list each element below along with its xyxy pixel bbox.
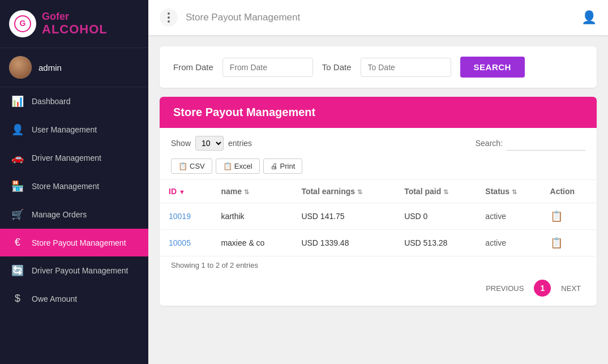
cell-id-0: 10019 xyxy=(160,203,212,230)
cell-status-1: active xyxy=(476,230,541,256)
table-card: Store Payout Management Show 10 25 50 en… xyxy=(160,97,597,306)
col-id[interactable]: ID ▼ xyxy=(160,180,212,203)
sidebar-item-store-payout-management[interactable]: € Store Payout Management xyxy=(0,229,148,256)
logo-alcohol: ALCOHOL xyxy=(42,23,108,36)
header-title: Store Payout Management xyxy=(186,12,573,23)
sidebar-item-dashboard[interactable]: 📊 Dashboard xyxy=(0,87,148,115)
logo-area: G Gofer ALCOHOL xyxy=(0,0,148,48)
user-name: admin xyxy=(38,63,62,72)
cell-status-0: active xyxy=(476,203,541,230)
sidebar-item-user-management[interactable]: 👤 User Management xyxy=(0,115,148,144)
show-entries: Show 10 25 50 entries xyxy=(171,136,252,151)
print-icon: 🖨 xyxy=(271,162,278,170)
col-action: Action xyxy=(541,180,597,203)
csv-icon: 📋 xyxy=(178,162,187,170)
entries-select[interactable]: 10 25 50 xyxy=(195,136,224,151)
sidebar-user: admin xyxy=(0,48,148,87)
col-status[interactable]: Status ⇅ xyxy=(476,180,541,203)
avatar xyxy=(9,56,32,79)
cell-paid-0: USD 0 xyxy=(395,203,476,230)
action-icon-0[interactable]: 📋 xyxy=(550,211,563,222)
filter-bar: From Date To Date SEARCH xyxy=(160,46,597,88)
showing-text: Showing 1 to 2 of 2 entries xyxy=(160,256,597,272)
pagination: PREVIOUS 1 NEXT xyxy=(160,272,597,306)
sidebar-item-store-management[interactable]: 🏪 Store Management xyxy=(0,172,148,200)
excel-button[interactable]: 📋 Excel xyxy=(216,159,260,174)
cell-name-0: karthik xyxy=(212,203,292,230)
csv-button[interactable]: 📋 CSV xyxy=(171,159,212,174)
entries-label: entries xyxy=(228,139,252,148)
table-banner-title: Store Payout Management xyxy=(173,106,315,118)
from-date-input[interactable] xyxy=(222,58,313,77)
table-search-input[interactable] xyxy=(506,136,585,151)
main-content: Store Payout Management 👤 From Date To D… xyxy=(148,0,608,364)
payout-table: ID ▼ name ⇅ Total earnings ⇅ Total paid … xyxy=(160,179,597,256)
search-bar: Search: xyxy=(476,136,585,151)
search-label: Search: xyxy=(476,139,503,148)
col-name[interactable]: name ⇅ xyxy=(212,180,292,203)
logo-gofer: Gofer xyxy=(42,11,108,23)
cell-earnings-1: USD 1339.48 xyxy=(292,230,395,256)
cell-action-1[interactable]: 📋 xyxy=(541,230,597,256)
nav-label-driver-payout-management: Driver Payout Management xyxy=(32,266,128,275)
nav-icon-driver-payout-management: 🔄 xyxy=(11,264,24,277)
cell-earnings-0: USD 141.75 xyxy=(292,203,395,230)
to-date-input[interactable] xyxy=(361,58,451,77)
to-date-label: To Date xyxy=(322,62,352,72)
header: Store Payout Management 👤 xyxy=(148,0,608,35)
excel-icon: 📋 xyxy=(223,162,232,170)
print-label: Print xyxy=(280,162,296,170)
cell-id-1: 10005 xyxy=(160,230,212,256)
nav-icon-store-management: 🏪 xyxy=(11,180,24,192)
search-button[interactable]: SEARCH xyxy=(460,57,525,78)
svg-text:G: G xyxy=(20,19,26,28)
export-btns-row: 📋 CSV 📋 Excel 🖨 Print xyxy=(160,159,597,179)
sidebar-item-owe-amount[interactable]: $ Owe Amount xyxy=(0,285,148,312)
nav-icon-user-management: 👤 xyxy=(11,123,24,136)
from-date-label: From Date xyxy=(173,62,213,72)
logo-icon: G xyxy=(9,10,36,37)
nav-label-user-management: User Management xyxy=(32,125,97,134)
sidebar-item-manage-orders[interactable]: 🛒 Manage Orders xyxy=(0,200,148,229)
nav-icon-manage-orders: 🛒 xyxy=(11,208,24,221)
table-row: 10005 maxiee & co USD 1339.48 USD 513.28… xyxy=(160,230,597,256)
current-page[interactable]: 1 xyxy=(534,280,551,297)
show-label: Show xyxy=(171,139,191,148)
sidebar-nav: 📊 Dashboard 👤 User Management 🚗 Driver M… xyxy=(0,87,148,364)
logo-text: Gofer ALCOHOL xyxy=(42,11,108,36)
print-button[interactable]: 🖨 Print xyxy=(263,159,303,174)
nav-label-dashboard: Dashboard xyxy=(32,97,71,106)
nav-icon-driver-management: 🚗 xyxy=(11,152,24,164)
header-menu-icon[interactable] xyxy=(160,8,178,27)
nav-label-manage-orders: Manage Orders xyxy=(32,210,87,219)
table-row: 10019 karthik USD 141.75 USD 0 active 📋 xyxy=(160,203,597,230)
table-header-row: ID ▼ name ⇅ Total earnings ⇅ Total paid … xyxy=(160,180,597,203)
nav-label-store-management: Store Management xyxy=(32,182,99,191)
table-controls: Show 10 25 50 entries Search: xyxy=(160,128,597,159)
sidebar: G Gofer ALCOHOL admin 📊 Dashboard 👤 User… xyxy=(0,0,148,364)
nav-label-driver-management: Driver Management xyxy=(32,153,101,162)
action-icon-1[interactable]: 📋 xyxy=(550,237,563,249)
col-total-paid[interactable]: Total paid ⇅ xyxy=(395,180,476,203)
cell-action-0[interactable]: 📋 xyxy=(541,203,597,230)
excel-label: Excel xyxy=(234,162,252,170)
nav-label-owe-amount: Owe Amount xyxy=(32,294,77,303)
content-area: From Date To Date SEARCH Store Payout Ma… xyxy=(148,35,608,364)
cell-name-1: maxiee & co xyxy=(212,230,292,256)
col-total-earnings[interactable]: Total earnings ⇅ xyxy=(292,180,395,203)
sidebar-item-driver-management[interactable]: 🚗 Driver Management xyxy=(0,144,148,172)
nav-label-store-payout-management: Store Payout Management xyxy=(32,238,126,247)
nav-icon-owe-amount: $ xyxy=(11,293,24,305)
prev-page-button[interactable]: PREVIOUS xyxy=(481,282,528,295)
cell-paid-1: USD 513.28 xyxy=(395,230,476,256)
nav-icon-store-payout-management: € xyxy=(11,237,24,249)
nav-icon-dashboard: 📊 xyxy=(11,95,24,108)
table-banner: Store Payout Management xyxy=(160,97,597,128)
header-user-icon[interactable]: 👤 xyxy=(581,10,597,25)
table-body: 10019 karthik USD 141.75 USD 0 active 📋 … xyxy=(160,203,597,256)
next-page-button[interactable]: NEXT xyxy=(556,282,585,295)
csv-label: CSV xyxy=(190,162,205,170)
sidebar-item-driver-payout-management[interactable]: 🔄 Driver Payout Management xyxy=(0,256,148,285)
